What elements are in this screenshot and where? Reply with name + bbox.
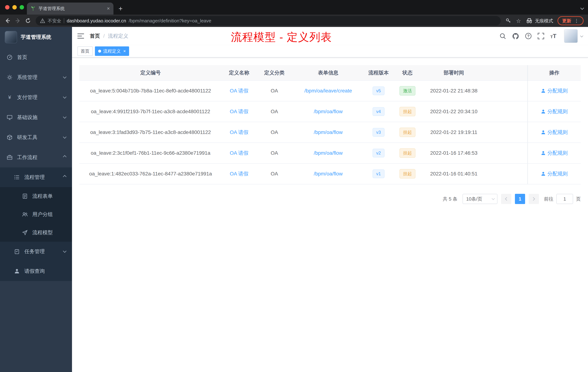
assign-rule-link[interactable]: 分配规则 [541, 129, 568, 136]
security-label[interactable]: 不安全 [48, 18, 61, 24]
maximize-icon[interactable] [20, 5, 24, 10]
new-tab-button[interactable]: + [118, 5, 123, 12]
deploy-time: 2022-01-22 21:48:38 [422, 80, 486, 101]
forward-icon[interactable] [13, 16, 22, 25]
font-size-icon[interactable]: TT [550, 33, 556, 39]
sidebar-item-devtools[interactable]: 研发工具 [0, 127, 72, 147]
avatar[interactable] [564, 29, 578, 43]
page-annotation: 流程模型 - 定义列表 [231, 30, 332, 44]
deploy-time: 2022-01-22 20:34:10 [422, 101, 486, 122]
update-label: 更新 [562, 18, 571, 24]
form-info-link[interactable]: /bpm/oa/flow [314, 109, 343, 114]
user-menu[interactable] [564, 29, 583, 43]
back-icon[interactable] [3, 16, 12, 25]
sidebar-item-infrastructure[interactable]: 基础设施 [0, 107, 72, 127]
chevron-down-icon [63, 95, 67, 99]
definition-name-link[interactable]: OA 请假 [230, 129, 249, 135]
page-number-1[interactable]: 1 [515, 194, 525, 204]
url-bar[interactable]: 不安全 dashboard.yudao.iocoder.cn/bpm/manag… [36, 16, 501, 25]
page-jumper: 前往 页 [544, 194, 581, 204]
form-info-link[interactable]: /bpm/oa/flow [314, 171, 343, 176]
assign-rule-link[interactable]: 分配规则 [541, 87, 568, 94]
tag-close-icon[interactable]: × [123, 49, 126, 53]
sidebar-item-leave-query[interactable]: 请假查询 [0, 261, 72, 281]
breadcrumb-separator: / [103, 33, 105, 39]
active-dot-icon [98, 50, 101, 53]
star-icon[interactable]: ☆ [514, 16, 523, 25]
update-button[interactable]: 更新 ⋮ [557, 16, 584, 25]
chevron-down-icon [63, 249, 67, 253]
col-status: 状态 [393, 65, 422, 80]
key-icon[interactable] [504, 16, 513, 25]
github-icon[interactable] [512, 33, 519, 39]
next-page-button[interactable] [529, 194, 539, 204]
caret-down-icon [580, 34, 583, 37]
definition-name-link[interactable]: OA 请假 [230, 109, 249, 114]
tab-search-caret-icon[interactable] [580, 7, 584, 10]
minimize-icon[interactable] [12, 5, 17, 10]
sidebar-item-process-models[interactable]: 流程模型 [0, 223, 72, 242]
form-icon [22, 194, 28, 199]
user-icon [541, 109, 546, 114]
close-icon[interactable] [5, 5, 10, 10]
assign-rule-link[interactable]: 分配规则 [541, 170, 568, 177]
tab-close-icon[interactable]: × [107, 6, 110, 11]
sidebar-item-task-management[interactable]: 任务管理 [0, 242, 72, 261]
url-path: /bpm/manager/definition?key=oa_leave [129, 18, 211, 24]
fullscreen-icon[interactable] [538, 33, 544, 39]
browser-tab[interactable]: 芋道管理系统 × [27, 2, 114, 15]
browser-window: 芋道管理系统 × + 不安全 dashboard.yudao.iocoder.c… [0, 0, 588, 372]
form-info-link[interactable]: /bpm/oa/flow [314, 129, 343, 135]
col-definition-name: 定义名称 [222, 65, 256, 80]
sidebar-item-system[interactable]: 系统管理 [0, 67, 72, 87]
chevron-left-icon [505, 197, 509, 201]
window-controls [5, 0, 24, 15]
spacer-cell [486, 122, 528, 143]
incognito-badge: 无痕模式 [526, 18, 553, 24]
status-badge: 挂起 [399, 107, 415, 116]
sidebar-item-process-forms[interactable]: 流程表单 [0, 187, 72, 205]
deploy-time: 2022-01-16 01:40:51 [422, 164, 486, 184]
table-header-row: 定义编号 定义名称 定义分类 表单信息 流程版本 状态 部署时间 操作 [79, 65, 581, 80]
sidebar-item-payment[interactable]: ¥ 支付管理 [0, 87, 72, 107]
app-frame: 芋道管理系统 首页 系统管理 ¥ 支付管理 [0, 27, 588, 372]
definition-category: OA [256, 101, 292, 122]
question-icon[interactable]: ? [525, 33, 531, 39]
sidebar-item-label: 研发工具 [17, 134, 37, 141]
prev-page-button[interactable] [501, 194, 511, 204]
reload-icon[interactable] [23, 16, 33, 25]
search-icon[interactable] [499, 33, 506, 39]
tag-label: 首页 [81, 48, 89, 54]
tag-process-definition[interactable]: 流程定义 × [95, 46, 129, 56]
assign-rule-link[interactable]: 分配规则 [541, 108, 568, 115]
hamburger-icon[interactable] [77, 33, 84, 39]
definition-category: OA [256, 164, 292, 184]
workflow-submenu: 流程管理 流程表单 用户分组 [0, 167, 72, 281]
tab-title: 芋道管理系统 [39, 6, 104, 11]
breadcrumb-home[interactable]: 首页 [90, 33, 100, 40]
chevron-down-icon [63, 115, 67, 119]
assign-rule-link[interactable]: 分配规则 [541, 150, 568, 156]
chevron-down-icon [63, 135, 67, 139]
version-badge: v5 [373, 87, 384, 95]
sidebar-item-process-management[interactable]: 流程管理 [0, 167, 72, 187]
definition-name-link[interactable]: OA 请假 [230, 171, 249, 176]
kebab-menu-icon[interactable]: ⋮ [574, 18, 579, 23]
definition-name-link[interactable]: OA 请假 [230, 88, 249, 94]
form-info-link[interactable]: /bpm/oa/leave/create [304, 88, 352, 94]
url-host: dashboard.yudao.iocoder.cn [67, 18, 126, 24]
definition-name-link[interactable]: OA 请假 [230, 150, 249, 156]
definition-category: OA [256, 122, 292, 143]
goto-page-input[interactable] [556, 194, 573, 204]
table-row: oa_leave:5:004b710b-7b8a-11ec-8ef0-acde4… [79, 80, 581, 101]
form-info-link[interactable]: /bpm/oa/flow [314, 150, 343, 156]
gear-icon [7, 75, 13, 80]
briefcase-icon [7, 154, 13, 160]
sidebar-item-workflow[interactable]: 工作流程 [0, 147, 72, 167]
version-badge: v2 [373, 149, 384, 157]
page-size-select[interactable]: 10条/页 [462, 194, 497, 204]
version-badge: v4 [373, 107, 384, 116]
sidebar-item-user-groups[interactable]: 用户分组 [0, 205, 72, 223]
tag-home[interactable]: 首页 [77, 46, 93, 56]
sidebar-item-home[interactable]: 首页 [0, 47, 72, 67]
